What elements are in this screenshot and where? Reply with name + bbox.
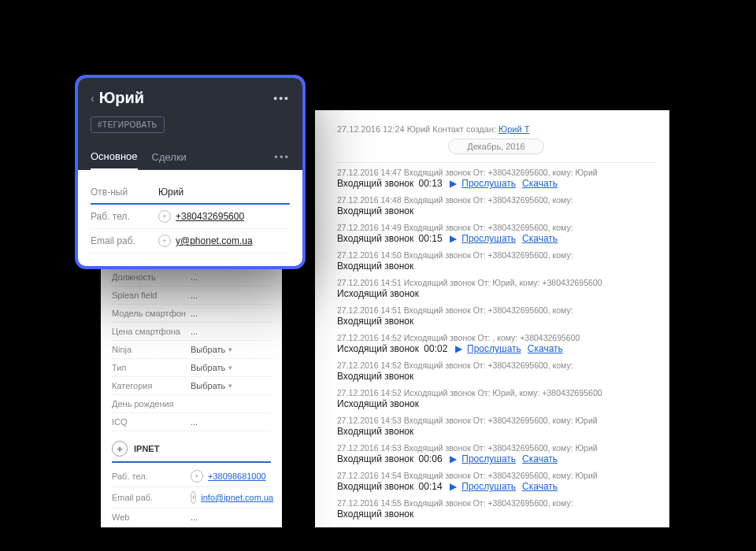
add-company-icon[interactable]: + [112,441,128,457]
call-row: Входящий звонок 00:06 ▶ ПрослушатьСкачат… [337,453,655,464]
work-email-link[interactable]: y@phonet.com.ua [176,235,253,246]
card-tabs: Основное Сделки ••• [91,144,290,170]
extra-field-label: Ninja [112,345,191,354]
phone-add-icon[interactable]: + [158,210,171,223]
call-duration: 00:14 [416,481,442,492]
extra-field-row[interactable]: ТипВыбрать▾ [112,359,271,377]
call-entry: 27.12.2016 14:52 Исходящий звонок От: , … [337,333,655,354]
call-title: Входящий звонок [337,316,413,327]
email-add-icon[interactable]: + [191,491,196,504]
responsible-label: Отв-ный [91,187,158,198]
extra-field-select[interactable]: Выбрать [191,345,225,354]
call-title: Входящий звонок [337,508,413,520]
call-entry: 27.12.2016 14:51 Входящий звонок От: +38… [337,305,655,327]
call-meta: 27.12.2016 14:52 Исходящий звонок От: , … [337,333,655,342]
extra-field-row[interactable]: Должность... [112,268,271,287]
responsible-value: Юрий [158,187,183,198]
contact-name: Юрий [99,89,274,107]
email-add-icon[interactable]: + [158,235,171,247]
contact-extra-fields: дата созданияYet another field...Должнос… [101,224,282,527]
phone-add-icon[interactable]: + [191,470,203,483]
company-email-link[interactable]: info@ipnet.com.ua [201,493,273,502]
extra-field-row[interactable]: КатегорияВыбрать▾ [112,377,271,395]
call-meta: 27.12.2016 14:54 Входящий звонок От: +38… [337,471,655,480]
card-menu-icon[interactable]: ••• [273,92,290,105]
responsible-row[interactable]: Отв-ный Юрий [91,181,290,205]
download-link[interactable]: Скачать [528,343,563,354]
feed-created-datetime: 27.12.2016 12:24 [337,124,405,134]
company-email-row: Email раб. + info@ipnet.com.ua [112,487,271,508]
play-icon[interactable]: ▶ [447,233,460,244]
contact-card: ‹ Юрий ••• #ТЕГИРОВАТЬ Основное Сделки •… [75,75,306,269]
extra-field-row[interactable]: Модель смартфон... [112,305,271,323]
extra-field-row[interactable]: ICQ... [112,413,271,431]
back-icon[interactable]: ‹ [91,92,94,105]
feed-created-line: 27.12.2016 12:24 Юрий Контакт создан: Юр… [337,124,655,134]
listen-link[interactable]: Прослушать [461,178,516,189]
call-entry: 27.12.2016 14:48 Входящий звонок От: +38… [337,195,655,216]
call-duration: 00:15 [416,233,442,244]
company-web-value: ... [191,512,198,522]
call-meta: 27.12.2016 14:49 Входящий звонок От: +38… [337,223,655,232]
listen-link[interactable]: Прослушать [461,481,516,492]
call-row: Входящий звонок [337,371,655,382]
call-title: Входящий звонок [337,371,413,382]
tab-main[interactable]: Основное [91,144,138,170]
chevron-down-icon: ▾ [228,346,232,353]
tab-deals[interactable]: Сделки [152,145,187,169]
company-web-row: Web ... [112,508,271,527]
extra-field-label: Цена смартфона [112,327,191,336]
work-email-label: Email раб. [91,235,158,246]
company-web-label: Web [112,512,191,522]
play-icon[interactable]: ▶ [452,343,465,354]
activity-feed: 27.12.2016 12:24 Юрий Контакт создан: Юр… [315,110,669,527]
call-row: Входящий звонок 00:14 ▶ ПрослушатьСкачат… [337,481,655,492]
tabs-more-icon[interactable]: ••• [274,145,290,169]
play-icon[interactable]: ▶ [447,481,460,492]
tag-button[interactable]: #ТЕГИРОВАТЬ [91,116,165,133]
extra-field-select[interactable]: Выбрать [191,381,225,390]
listen-link[interactable]: Прослушать [467,343,521,354]
call-row: Входящий звонок [337,508,655,520]
call-meta: 27.12.2016 14:50 Входящий звонок От: +38… [337,250,655,260]
extra-field-label: ICQ [112,417,191,427]
call-meta: 27.12.2016 14:55 Входящий звонок От: +38… [337,498,655,508]
call-row: Исходящий звонок [337,288,655,299]
call-row: Входящий звонок [337,205,655,216]
extra-field-row[interactable]: NinjaВыбрать▾ [112,341,271,359]
feed-created-contact-link[interactable]: Юрий Т [498,124,529,134]
call-meta: 27.12.2016 14:51 Входящий звонок От: +38… [337,305,655,315]
call-entry: 27.12.2016 14:54 Входящий звонок От: +38… [337,471,655,492]
extra-field-value: ... [191,272,198,282]
download-link[interactable]: Скачать [522,453,558,464]
call-meta: 27.12.2016 14:52 Входящий звонок От: +38… [337,361,655,370]
play-icon[interactable]: ▶ [447,453,460,464]
month-pill: Декабрь, 2016 [448,139,544,154]
work-email-row[interactable]: Email раб. + y@phonet.com.ua [91,229,290,253]
download-link[interactable]: Скачать [522,178,558,189]
call-title: Входящий звонок [337,178,413,189]
extra-field-row[interactable]: Цена смартфона... [112,323,271,341]
call-title: Входящий звонок [337,233,413,244]
listen-link[interactable]: Прослушать [461,453,516,464]
download-link[interactable]: Скачать [522,233,558,244]
call-entry: 27.12.2016 14:53 Входящий звонок От: +38… [337,416,655,437]
extra-field-select[interactable]: Выбрать [191,363,225,372]
extra-field-label: Категория [112,381,191,390]
extra-field-value: ... [191,327,198,336]
work-phone-link[interactable]: +380432695600 [176,211,244,222]
call-entry: 27.12.2016 14:51 Исходящий звонок От: Юр… [337,278,655,299]
call-entry: 27.12.2016 14:52 Исходящий звонок От: Юр… [337,388,655,409]
listen-link[interactable]: Прослушать [461,233,516,244]
extra-field-row[interactable]: День рождения [112,395,271,413]
extra-field-label: Должность [112,272,191,282]
call-duration: 00:13 [416,178,442,189]
call-title: Входящий звонок [337,261,413,272]
call-entry: 27.12.2016 14:50 Входящий звонок От: +38… [337,250,655,272]
extra-field-row[interactable]: Splean field... [112,287,271,305]
company-phone-link[interactable]: +38098681000 [208,471,266,481]
play-icon[interactable]: ▶ [447,178,460,189]
download-link[interactable]: Скачать [522,481,558,492]
call-entry: 27.12.2016 14:47 Входящий звонок От: +38… [337,168,655,189]
work-phone-row[interactable]: Раб. тел. + +380432695600 [91,205,290,229]
